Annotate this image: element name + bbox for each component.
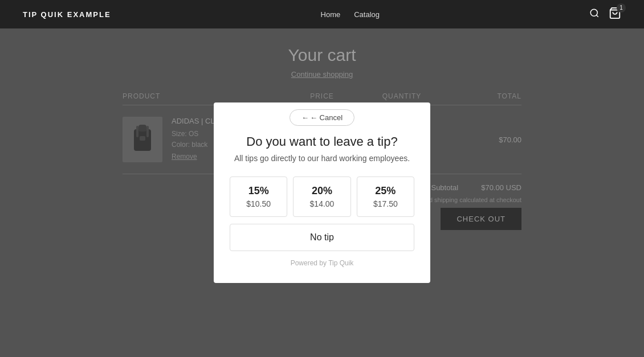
- modal-subtitle: All tips go directly to our hard working…: [230, 154, 414, 163]
- svg-line-1: [596, 15, 598, 17]
- tip-15-amount: $10.50: [236, 199, 281, 208]
- powered-by: Powered by Tip Quik: [230, 259, 414, 267]
- cancel-arrow-icon: ←: [301, 113, 309, 122]
- brand-logo: TIP QUIK EXAMPLE: [23, 10, 111, 19]
- nav-icons: 1: [589, 7, 621, 22]
- modal-backdrop: ← ← Cancel Do you want to leave a tip? A…: [0, 28, 644, 357]
- tip-25-percent: 25%: [363, 185, 408, 197]
- tip-15-percent: 15%: [236, 185, 281, 197]
- nav-link-home[interactable]: Home: [321, 10, 341, 19]
- cancel-button[interactable]: ← ← Cancel: [290, 109, 354, 126]
- cancel-label: ← Cancel: [310, 113, 343, 122]
- page-wrapper: Your cart Continue shopping PRODUCT PRIC…: [0, 28, 644, 357]
- tip-option-25[interactable]: 25% $17.50: [357, 177, 414, 217]
- no-tip-button[interactable]: No tip: [230, 224, 414, 251]
- tip-option-20[interactable]: 20% $14.00: [293, 177, 350, 217]
- modal-title: Do you want to leave a tip?: [230, 134, 414, 149]
- nav-link-catalog[interactable]: Catalog: [354, 10, 380, 19]
- navbar: TIP QUIK EXAMPLE Home Catalog 1: [0, 0, 644, 28]
- tip-20-percent: 20%: [299, 185, 344, 197]
- tip-modal: ← ← Cancel Do you want to leave a tip? A…: [214, 102, 430, 283]
- cart-badge: 1: [617, 3, 626, 13]
- tip-option-15[interactable]: 15% $10.50: [230, 177, 287, 217]
- tip-options: 15% $10.50 20% $14.00 25% $17.50: [230, 177, 414, 217]
- tip-25-amount: $17.50: [363, 199, 408, 208]
- cart-icon-wrap[interactable]: 1: [609, 7, 621, 22]
- search-icon[interactable]: [589, 8, 600, 21]
- svg-point-0: [590, 9, 597, 16]
- tip-20-amount: $14.00: [299, 199, 344, 208]
- nav-links: Home Catalog: [321, 10, 380, 19]
